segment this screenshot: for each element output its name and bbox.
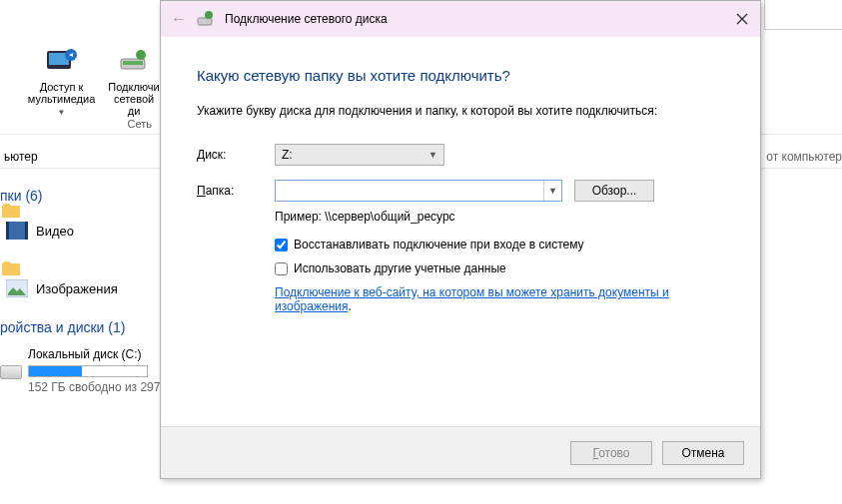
svg-point-11 xyxy=(205,11,213,19)
local-disk[interactable]: Локальный диск (C:) 152 ГБ свободно из 2… xyxy=(28,347,160,394)
folder-label: Папка: xyxy=(197,184,275,198)
svg-point-5 xyxy=(136,50,146,60)
folder-combobox[interactable]: ▼ xyxy=(275,180,562,202)
folder-input[interactable] xyxy=(276,181,543,201)
section-devices-header[interactable]: ройства и диски (1) xyxy=(0,319,125,335)
disk-icon xyxy=(0,365,22,379)
finish-button[interactable]: Готово xyxy=(570,441,652,465)
drive-row: Диск: Z: ▼ xyxy=(197,144,724,166)
ribbon-label: сетевой ди xyxy=(108,93,160,117)
reconnect-checkbox-row[interactable]: Восстанавливать подключение при входе в … xyxy=(275,238,724,252)
othercreds-checkbox[interactable] xyxy=(275,262,288,275)
chevron-down-icon[interactable]: ▼ xyxy=(543,181,561,201)
image-thumb-icon xyxy=(6,279,28,297)
folder-icon xyxy=(2,204,20,218)
disk-free: 152 ГБ свободно из 297 xyxy=(28,380,160,394)
dialog-footer: Готово Отмена xyxy=(161,426,760,478)
dialog-instruction: Укажите букву диска для подключения и па… xyxy=(197,104,724,118)
othercreds-checkbox-row[interactable]: Использовать другие учетные данные xyxy=(275,261,724,275)
network-drive-icon xyxy=(197,10,215,28)
section-folders-header[interactable]: пки (6) xyxy=(0,188,43,204)
disk-name: Локальный диск (C:) xyxy=(28,347,160,361)
ribbon-label: Подключи xyxy=(108,81,159,93)
chevron-down-icon: ▼ xyxy=(428,150,437,160)
map-network-drive-dialog: ← Подключение сетевого диска Какую сетев… xyxy=(160,0,761,479)
close-icon xyxy=(736,13,748,25)
breadcrumb-right: от компьютер xyxy=(766,150,842,164)
svg-rect-4 xyxy=(123,61,143,65)
svg-rect-10 xyxy=(198,18,212,25)
disk-usage-bar xyxy=(28,365,148,377)
svg-rect-6 xyxy=(6,222,28,240)
back-arrow-icon[interactable]: ← xyxy=(171,10,187,28)
folder-images[interactable]: Изображения xyxy=(6,279,118,297)
dialog-titlebar[interactable]: ← Подключение сетевого диска xyxy=(161,1,760,37)
reconnect-checkbox[interactable] xyxy=(275,239,288,252)
svg-rect-8 xyxy=(25,222,28,240)
website-storage-link[interactable]: Подключение к веб-сайту, на котором вы м… xyxy=(275,285,669,313)
drive-select-value: Z: xyxy=(282,148,293,162)
browse-button[interactable]: Обзор... xyxy=(574,180,654,202)
window-fragment xyxy=(764,0,842,30)
drive-label: Диск: xyxy=(197,148,275,162)
close-button[interactable] xyxy=(732,9,752,29)
network-drive-icon xyxy=(117,45,151,79)
example-text: Пример: \\сервер\общий_ресурс xyxy=(275,210,724,224)
cancel-button[interactable]: Отмена xyxy=(662,441,744,465)
dialog-heading: Какую сетевую папку вы хотите подключить… xyxy=(197,67,724,84)
ribbon-label: Доступ к xyxy=(40,81,84,93)
website-link-row: Подключение к веб-сайту, на котором вы м… xyxy=(275,285,724,313)
monitor-media-icon xyxy=(45,45,79,79)
folder-label: Видео xyxy=(36,224,74,239)
folder-label: Изображения xyxy=(36,281,118,296)
video-thumb-icon xyxy=(6,222,28,240)
folder-icon xyxy=(2,261,20,275)
dialog-body: Какую сетевую папку вы хотите подключить… xyxy=(161,37,760,426)
dialog-title: Подключение сетевого диска xyxy=(225,12,388,26)
folder-row: Папка: ▼ Обзор... xyxy=(197,180,724,202)
folder-videos[interactable]: Видео xyxy=(6,222,74,240)
svg-rect-7 xyxy=(6,222,9,240)
ribbon-group-label: Сеть xyxy=(0,118,160,130)
reconnect-label: Восстанавливать подключение при входе в … xyxy=(294,238,584,252)
ribbon-label: мультимедиа ▼ xyxy=(25,93,98,117)
breadcrumb[interactable]: ьютер xyxy=(0,150,38,164)
drive-select[interactable]: Z: ▼ xyxy=(275,144,444,166)
othercreds-label: Использовать другие учетные данные xyxy=(294,261,506,275)
